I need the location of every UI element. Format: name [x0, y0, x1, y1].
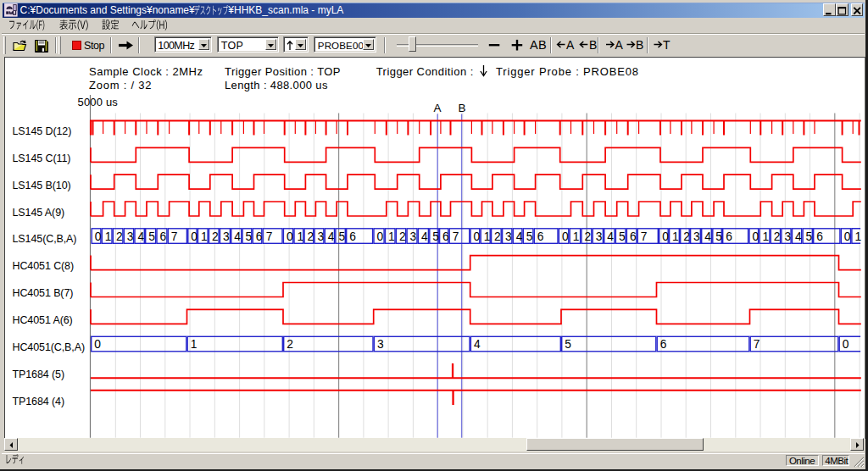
svg-text:4: 4: [328, 230, 335, 243]
svg-text:0: 0: [662, 230, 669, 243]
svg-text:6: 6: [256, 230, 263, 243]
svg-text:6: 6: [630, 230, 637, 243]
svg-text:1: 1: [105, 230, 111, 243]
svg-text:4: 4: [474, 338, 481, 351]
svg-text:5: 5: [619, 230, 626, 243]
svg-text:Zoom : / 32: Zoom : / 32: [89, 79, 152, 91]
svg-text:2: 2: [116, 230, 122, 243]
svg-text:6: 6: [442, 230, 449, 243]
svg-text:7: 7: [453, 230, 459, 243]
svg-text:6: 6: [660, 338, 667, 351]
svg-text:4: 4: [607, 230, 614, 243]
svg-text:3: 3: [784, 230, 791, 243]
svg-text:5: 5: [565, 338, 571, 351]
svg-text:TP1684 (4): TP1684 (4): [13, 396, 65, 407]
svg-text:B: B: [459, 102, 466, 114]
svg-text:0: 0: [843, 338, 849, 351]
svg-text:3: 3: [223, 230, 230, 243]
svg-text:TP1684 (5): TP1684 (5): [13, 368, 65, 380]
svg-text:0: 0: [95, 230, 102, 243]
svg-text:0: 0: [94, 338, 101, 351]
svg-text:2: 2: [494, 230, 500, 243]
svg-text:5: 5: [246, 230, 253, 243]
svg-text:LS145 A(9): LS145 A(9): [13, 207, 65, 219]
svg-text:6: 6: [160, 230, 167, 243]
svg-text:3: 3: [505, 230, 512, 243]
svg-text:0: 0: [377, 230, 384, 243]
svg-text:A: A: [615, 38, 624, 52]
svg-text:0: 0: [562, 230, 569, 243]
svg-text:4: 4: [421, 230, 428, 243]
svg-text:HC4051(C,B,A): HC4051(C,B,A): [13, 341, 86, 353]
svg-text:6: 6: [816, 230, 823, 243]
svg-text:7: 7: [266, 230, 272, 243]
svg-text:7: 7: [641, 230, 647, 243]
svg-text:5: 5: [338, 230, 345, 243]
svg-text:4: 4: [516, 230, 523, 243]
svg-text:5: 5: [432, 230, 439, 243]
svg-text:LS145 B(10): LS145 B(10): [13, 180, 71, 191]
svg-text:2: 2: [308, 230, 314, 243]
svg-text:7: 7: [754, 338, 760, 351]
svg-text:4: 4: [704, 230, 711, 243]
svg-text:6: 6: [537, 230, 544, 243]
svg-text:0: 0: [287, 230, 293, 243]
svg-text:Trigger Probe : PROBE08: Trigger Probe : PROBE08: [496, 65, 639, 78]
svg-text:3: 3: [318, 230, 325, 243]
svg-text:Length : 488.000 us: Length : 488.000 us: [225, 79, 328, 91]
svg-text:A: A: [566, 38, 575, 52]
svg-text:3: 3: [127, 230, 134, 243]
svg-text:5: 5: [806, 230, 813, 243]
svg-text:3: 3: [693, 230, 700, 243]
svg-text:HC4051 A(6): HC4051 A(6): [13, 314, 73, 326]
svg-text:1: 1: [573, 230, 579, 243]
svg-text:1: 1: [854, 230, 860, 243]
svg-text:6: 6: [726, 230, 732, 243]
svg-text:3: 3: [410, 230, 417, 243]
svg-text:2: 2: [774, 230, 780, 243]
svg-text:AB: AB: [530, 38, 547, 52]
svg-text:HC4051 C(8): HC4051 C(8): [13, 260, 75, 272]
svg-text:B: B: [636, 38, 643, 52]
svg-text:2: 2: [212, 230, 218, 243]
svg-text:3: 3: [377, 338, 384, 351]
svg-text:Trigger Condition :: Trigger Condition :: [376, 65, 474, 78]
svg-text:2: 2: [683, 230, 689, 243]
svg-text:2: 2: [585, 230, 591, 243]
svg-text:Sample Clock : 2MHz: Sample Clock : 2MHz: [89, 65, 203, 78]
svg-text:3: 3: [596, 230, 603, 243]
svg-text:5: 5: [526, 230, 533, 243]
svg-text:1: 1: [191, 338, 197, 351]
svg-text:A: A: [434, 102, 442, 114]
svg-text:1: 1: [484, 230, 490, 243]
svg-text:LS145(C,B,A): LS145(C,B,A): [13, 233, 77, 245]
svg-text:4: 4: [234, 230, 241, 243]
svg-text:5000 us: 5000 us: [78, 96, 119, 108]
svg-text:0: 0: [753, 230, 760, 243]
svg-text:B: B: [589, 38, 597, 52]
svg-text:0: 0: [844, 230, 851, 243]
svg-text:1: 1: [201, 230, 207, 243]
svg-text:LS145 C(11): LS145 C(11): [13, 152, 71, 164]
svg-text:0: 0: [474, 230, 481, 243]
svg-text:4: 4: [138, 230, 145, 243]
svg-text:1: 1: [298, 230, 303, 243]
svg-text:1: 1: [388, 230, 394, 243]
svg-text:Trigger Position : TOP: Trigger Position : TOP: [225, 65, 341, 78]
svg-text:2: 2: [287, 338, 292, 351]
svg-text:1: 1: [672, 230, 678, 243]
svg-text:2: 2: [399, 230, 405, 243]
svg-text:T: T: [663, 38, 670, 52]
svg-text:6: 6: [349, 230, 356, 243]
svg-text:5: 5: [715, 230, 722, 243]
svg-text:4: 4: [795, 230, 802, 243]
svg-text:LS145 D(12): LS145 D(12): [13, 125, 72, 137]
svg-text:0: 0: [191, 230, 198, 243]
svg-text:7: 7: [171, 230, 177, 243]
svg-text:HC4051 B(7): HC4051 B(7): [13, 287, 74, 299]
svg-text:5: 5: [148, 230, 155, 243]
svg-text:1: 1: [763, 230, 769, 243]
